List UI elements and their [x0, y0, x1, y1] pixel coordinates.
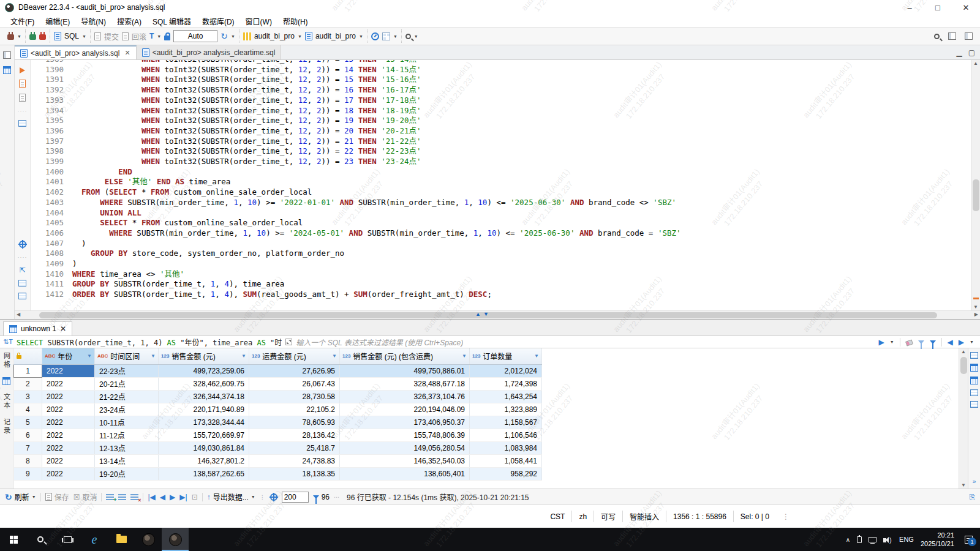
editor-layout-icon[interactable] — [965, 32, 973, 40]
scroll-right-icon[interactable]: ▶ — [974, 312, 978, 317]
fetch-page-icon[interactable]: ⊡ — [192, 493, 198, 501]
cell-r3-c3[interactable]: 28,730.58 — [249, 390, 340, 403]
settings-gear-icon[interactable] — [19, 241, 26, 248]
presentation-0[interactable]: 网格 — [2, 352, 12, 369]
value-viewer-panel-icon[interactable] — [970, 352, 978, 359]
sash-collapse-controls[interactable]: ▲▼ — [475, 311, 489, 317]
cell-r8-c2[interactable]: 146,327,801.2 — [159, 454, 249, 467]
ie-taskbar-button[interactable]: e — [81, 528, 108, 551]
app-button-2-active[interactable] — [162, 528, 189, 551]
scroll-up-icon[interactable]: ▲ — [971, 61, 980, 66]
cell-r2-c4[interactable]: 328,488,677.18 — [340, 377, 470, 390]
grid-panel-icon[interactable] — [970, 364, 978, 372]
close-tab-icon[interactable]: ✕ — [124, 49, 130, 57]
tray-expand-icon[interactable]: ∧ — [846, 536, 850, 543]
table-row-8[interactable]: 8202213-14点146,327,801.224,738.83146,352… — [14, 454, 542, 467]
cell-r5-c0[interactable]: 2022 — [42, 416, 95, 429]
cell-r5-c5[interactable]: 1,158,567 — [470, 416, 542, 429]
cell-r1-c2[interactable]: 499,723,259.06 — [159, 364, 249, 377]
edit-filter-icon[interactable] — [918, 340, 924, 344]
task-view-button[interactable] — [54, 528, 81, 551]
table-row-3[interactable]: 3202221-22点326,344,374.1828,730.58326,37… — [14, 390, 542, 403]
cell-r7-c2[interactable]: 149,030,861.84 — [159, 441, 249, 454]
cell-r6-c1[interactable]: 11-12点 — [95, 429, 159, 441]
commit-label[interactable]: 提交 — [104, 31, 119, 42]
table-row-5[interactable]: 5202210-11点173,328,344.4478,605.93173,40… — [14, 416, 542, 429]
menu-item-2[interactable]: 导航(N) — [75, 15, 111, 27]
results-tab[interactable]: unknown 1 ✕ — [3, 321, 72, 335]
usb-icon[interactable] — [857, 536, 862, 543]
cell-r6-c0[interactable]: 2022 — [42, 429, 95, 441]
menu-item-1[interactable]: 编辑(E) — [40, 15, 75, 27]
cell-r9-c3[interactable]: 18,138.35 — [249, 467, 340, 480]
cell-r4-c2[interactable]: 220,171,940.89 — [159, 403, 249, 416]
cell-r8-c3[interactable]: 24,738.83 — [249, 454, 340, 467]
calc-panel-icon[interactable] — [970, 401, 978, 408]
lock-icon[interactable] — [164, 36, 170, 40]
result-grid-wrap[interactable]: ABC年份▼ABC时间区间▼123销售金额 (元)▼123运费金额 (元)▼12… — [13, 348, 959, 489]
column-header-0[interactable]: ABC年份▼ — [42, 348, 95, 364]
cell-r1-c4[interactable]: 499,750,886.01 — [340, 364, 470, 377]
chevron-down-icon[interactable]: ▼ — [231, 34, 235, 39]
cell-r8-c1[interactable]: 13-14点 — [95, 454, 159, 467]
last-page-icon[interactable]: ▶| — [179, 493, 187, 501]
fetch-size-input[interactable] — [282, 492, 309, 503]
row-number[interactable]: 8 — [14, 454, 42, 467]
start-button[interactable] — [0, 528, 27, 551]
presentation-2[interactable]: 记录 — [2, 418, 12, 435]
export-data-button[interactable]: ↑ 导出数据... ▼ — [207, 492, 255, 502]
cell-r4-c0[interactable]: 2022 — [42, 403, 95, 416]
commit-icon[interactable] — [94, 32, 101, 40]
nav-forward-icon[interactable]: ▶ — [959, 339, 964, 346]
cell-r7-c5[interactable]: 1,083,984 — [470, 441, 542, 454]
first-page-icon[interactable]: |◀ — [148, 493, 155, 501]
expand-panels-icon[interactable]: » — [973, 479, 976, 485]
table-row-9[interactable]: 9202219-20点138,587,262.6518,138.35138,60… — [14, 467, 542, 480]
chevron-down-icon[interactable]: ▼ — [251, 495, 255, 499]
cell-r7-c1[interactable]: 12-13点 — [95, 441, 159, 454]
editor-tab-1[interactable]: <audit_bi_pro> analysis_cleartime.sql — [137, 45, 282, 59]
chevron-down-icon[interactable]: ▼ — [359, 34, 363, 39]
table-row-6[interactable]: 6202211-12点155,720,669.9728,136.42155,74… — [14, 429, 542, 441]
copy-status-icon[interactable]: ⎘ — [969, 493, 975, 501]
row-number[interactable]: 9 — [14, 467, 42, 480]
cell-r3-c0[interactable]: 2022 — [42, 390, 95, 403]
column-menu-icon[interactable]: ▼ — [534, 353, 539, 359]
menu-item-6[interactable]: 窗口(W) — [240, 15, 277, 27]
duplicate-row-icon[interactable] — [118, 493, 126, 500]
sql-label[interactable]: SQL — [64, 32, 79, 40]
cell-r4-c5[interactable]: 1,323,889 — [470, 403, 542, 416]
cell-r8-c4[interactable]: 146,352,540.03 — [340, 454, 470, 467]
minimize-editor-icon[interactable]: ▁ — [956, 49, 962, 56]
row-number[interactable]: 2 — [14, 377, 42, 390]
cell-r2-c1[interactable]: 20-21点 — [95, 377, 159, 390]
chevron-down-icon[interactable]: ▼ — [970, 340, 974, 344]
scroll-down-icon[interactable]: ▼ — [971, 304, 980, 310]
cell-r5-c3[interactable]: 78,605.93 — [249, 416, 340, 429]
cell-r4-c1[interactable]: 23-24点 — [95, 403, 159, 416]
status-overflow-icon[interactable]: ⋮ — [776, 512, 796, 521]
table-row-4[interactable]: 4202223-24点220,171,940.8922,105.2220,194… — [14, 403, 542, 416]
rollback-label[interactable]: 回滚 — [132, 31, 146, 42]
filter-input[interactable]: 输入一个 SQL 表达式来过滤结果 (使用 Ctrl+Space) — [296, 337, 463, 347]
cell-r8-c5[interactable]: 1,058,441 — [470, 454, 542, 467]
refresh-button[interactable]: ↻ 刷新 ▼ — [5, 492, 36, 502]
expand-filter-icon[interactable] — [285, 339, 292, 345]
cell-r3-c2[interactable]: 326,344,374.18 — [159, 390, 249, 403]
perspective-icon[interactable] — [948, 32, 956, 40]
scroll-up-icon[interactable]: ▲ — [959, 349, 968, 354]
editor-vscroll-thumb[interactable] — [973, 179, 979, 211]
network-icon[interactable] — [869, 537, 876, 542]
file-explorer-button[interactable] — [108, 528, 135, 551]
close-results-icon[interactable]: ✕ — [60, 324, 66, 333]
row-number-header[interactable] — [14, 348, 42, 364]
schema-name[interactable]: audit_bi_pro — [315, 32, 356, 40]
chevron-down-icon[interactable]: ▼ — [890, 340, 894, 344]
sash-up-icon[interactable]: ▲ — [475, 311, 481, 317]
cell-r6-c4[interactable]: 155,748,806.39 — [340, 429, 470, 441]
cell-r2-c5[interactable]: 1,724,398 — [470, 377, 542, 390]
scroll-left-icon[interactable]: ◀ — [17, 312, 20, 317]
cell-r5-c4[interactable]: 173,406,950.37 — [340, 416, 470, 429]
cell-r2-c2[interactable]: 328,462,609.75 — [159, 377, 249, 390]
cell-r6-c2[interactable]: 155,720,669.97 — [159, 429, 249, 441]
